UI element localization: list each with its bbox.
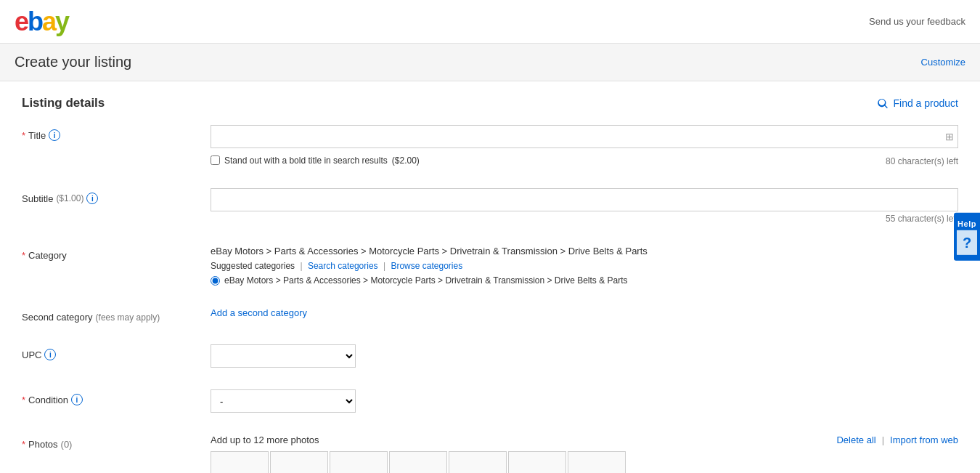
separator-1: | — [300, 261, 304, 271]
photo-slot-5[interactable] — [449, 451, 507, 473]
photos-label-wrap: *Photos (0) — [22, 439, 72, 450]
category-path: eBay Motors > Parts & Accessories > Moto… — [211, 246, 958, 256]
condition-info-icon[interactable]: i — [71, 394, 83, 405]
photos-field: Add up to 12 more photos Delete all | Im… — [211, 434, 958, 473]
photo-slot-4[interactable] — [389, 451, 447, 473]
search-icon — [876, 97, 889, 110]
logo-b: b — [28, 7, 42, 36]
upc-label: UPC i — [22, 344, 211, 360]
delete-all-link[interactable]: Delete all — [836, 434, 875, 445]
condition-label: *Condition i — [22, 389, 211, 405]
header: ebay Send us your feedback — [0, 0, 980, 44]
condition-field: - New Used — [211, 389, 958, 413]
subtitle-char-count: 55 character(s) left — [211, 214, 958, 224]
second-category-fees-note: (fees may apply) — [96, 312, 160, 323]
category-label-text: Category — [28, 250, 67, 261]
photos-count: (0) — [61, 439, 73, 450]
title-field: ⊞ Stand out with a bold title in search … — [211, 125, 958, 166]
customize-link[interactable]: Customize — [921, 57, 965, 68]
category-form-row: *Category eBay Motors > Parts & Accessor… — [22, 246, 958, 293]
second-category-field: Add a second category — [211, 307, 958, 318]
subtitle-form-row: Subtitle ($1.00) i 55 character(s) left — [22, 188, 958, 231]
second-category-label-text: Second category — [22, 312, 93, 323]
help-label: Help — [957, 218, 976, 228]
upc-select[interactable]: Does not apply — [211, 344, 356, 368]
second-category-form-row: Second category (fees may apply) Add a s… — [22, 307, 958, 330]
subtitle-info-icon[interactable]: i — [86, 193, 98, 204]
help-question-mark: ? — [957, 230, 977, 255]
page-title: Create your listing — [15, 54, 131, 70]
category-field: eBay Motors > Parts & Accessories > Moto… — [211, 246, 958, 286]
photo-slot-7[interactable] — [568, 451, 626, 473]
main-content: Listing details Find a product *Title i … — [0, 81, 980, 473]
category-label: *Category — [22, 246, 211, 261]
category-required-star: * — [22, 250, 25, 261]
photo-slot-1[interactable] — [211, 451, 269, 473]
photos-label-text: Photos — [28, 439, 57, 450]
subtitle-input[interactable] — [211, 188, 958, 211]
photos-top-row: Add up to 12 more photos Delete all | Im… — [211, 434, 958, 445]
subtitle-price-note: ($1.00) — [56, 193, 83, 203]
bold-title-checkbox[interactable] — [211, 155, 220, 165]
title-input-icon: ⊞ — [945, 131, 954, 142]
title-label: *Title i — [22, 125, 211, 141]
condition-select[interactable]: - New Used — [211, 389, 356, 413]
add-second-category-link[interactable]: Add a second category — [211, 307, 307, 318]
photo-slot-6[interactable] — [508, 451, 566, 473]
section-title-row: Listing details Find a product — [22, 96, 958, 110]
category-radio-input[interactable] — [211, 276, 220, 286]
photos-form-row: *Photos (0) Add up to 12 more photos Del… — [22, 434, 958, 473]
suggested-label: Suggested categories — [211, 261, 295, 271]
condition-form-row: *Condition i - New Used — [22, 389, 958, 420]
condition-required-star: * — [22, 395, 25, 405]
title-info-icon[interactable]: i — [49, 129, 60, 141]
upc-form-row: UPC i Does not apply — [22, 344, 958, 375]
bold-title-price: ($2.00) — [392, 155, 420, 166]
separator-2: | — [383, 261, 388, 271]
feedback-link[interactable]: Send us your feedback — [869, 16, 965, 27]
photo-slot-3[interactable] — [330, 451, 388, 473]
title-char-count: 80 character(s) left — [886, 156, 958, 166]
help-button[interactable]: Help ? — [954, 212, 980, 260]
title-required-star: * — [22, 130, 25, 141]
subtitle-label: Subtitle ($1.00) i — [22, 188, 211, 204]
photos-actions: Delete all | Import from web — [836, 434, 958, 445]
search-categories-link[interactable]: Search categories — [308, 261, 378, 271]
upc-field: Does not apply — [211, 344, 958, 368]
browse-categories-link[interactable]: Browse categories — [391, 261, 462, 271]
import-from-web-link[interactable]: Import from web — [890, 434, 958, 445]
suggested-categories-row: Suggested categories | Search categories… — [211, 261, 958, 271]
photos-sep: | — [882, 434, 884, 445]
bold-title-text: Stand out with a bold title in search re… — [224, 155, 388, 166]
subtitle-label-text: Subtitle — [22, 193, 53, 204]
title-input-wrap: ⊞ — [211, 125, 958, 148]
ebay-logo: ebay — [15, 7, 68, 37]
logo-y: y — [55, 7, 68, 36]
upc-info-icon[interactable]: i — [44, 349, 56, 360]
find-product-label: Find a product — [894, 97, 959, 109]
upc-label-text: UPC — [22, 349, 41, 360]
category-radio-path: eBay Motors > Parts & Accessories > Moto… — [224, 275, 628, 286]
help-button-inner: Help ? — [957, 218, 977, 254]
photos-add-text: Add up to 12 more photos — [211, 434, 319, 445]
title-input[interactable] — [211, 125, 958, 148]
logo-e: e — [15, 7, 28, 36]
logo-a: a — [42, 7, 55, 36]
condition-label-text: Condition — [28, 395, 68, 405]
bold-title-row: Stand out with a bold title in search re… — [211, 154, 958, 166]
title-form-row: *Title i ⊞ Stand out with a bold title i… — [22, 125, 958, 174]
find-product-link[interactable]: Find a product — [876, 97, 959, 110]
listing-details-title: Listing details — [22, 96, 105, 110]
subtitle-field: 55 character(s) left — [211, 188, 958, 224]
title-label-text: Title — [28, 130, 46, 141]
photos-required-star: * — [22, 439, 25, 450]
second-category-label: Second category (fees may apply) — [22, 307, 211, 323]
photo-slot-2[interactable] — [270, 451, 328, 473]
page-title-bar: Create your listing Customize — [0, 44, 980, 81]
category-radio-row: eBay Motors > Parts & Accessories > Moto… — [211, 275, 958, 286]
photo-slots — [211, 451, 958, 473]
photos-label: *Photos (0) — [22, 434, 211, 450]
